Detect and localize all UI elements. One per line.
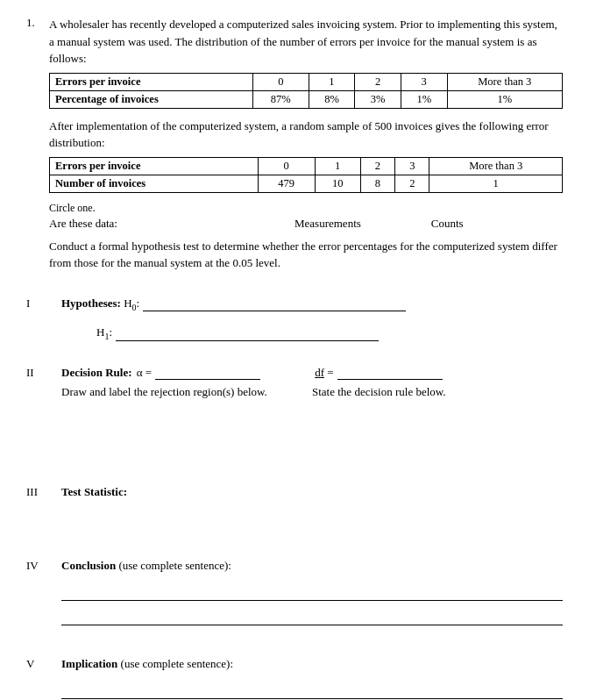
comp-num-more: 1 xyxy=(429,175,563,192)
manual-header-errors: Errors per invoice xyxy=(50,73,253,90)
comp-col-more: More than 3 xyxy=(429,157,563,175)
comp-num-0: 479 xyxy=(258,175,315,192)
manual-table: Errors per invoice 0 1 2 3 More than 3 P… xyxy=(49,73,563,109)
section-i-label: I xyxy=(26,296,53,311)
answer-options: Measurements Counts xyxy=(294,217,464,231)
section-implication: V Implication (use complete sentence): xyxy=(26,657,563,700)
comp-num-1: 10 xyxy=(315,175,360,192)
implication-answer-lines xyxy=(61,682,563,699)
draw-col: Draw and label the rejection region(s) b… xyxy=(61,385,312,399)
comp-row-number-label: Number of invoices xyxy=(50,175,259,192)
are-these-data-row: Are these data: Measurements Counts xyxy=(49,217,563,231)
question-1: 1. A wholesaler has recently developed a… xyxy=(26,16,563,272)
state-col: State the decision rule below. xyxy=(312,385,563,399)
are-these-data-label: Are these data: xyxy=(49,217,119,231)
alpha-field[interactable] xyxy=(155,366,260,380)
intro-text: A wholesaler has recently developed a co… xyxy=(49,16,563,68)
df-section: df = xyxy=(315,366,442,380)
alpha-section: α = xyxy=(134,366,261,380)
option-measurements: Measurements xyxy=(294,217,361,231)
manual-pct-0: 87% xyxy=(252,90,309,108)
comp-num-3: 2 xyxy=(395,175,429,192)
manual-row-percentage-label: Percentage of invoices xyxy=(50,90,253,108)
section-ii-label: II xyxy=(26,366,53,380)
option-counts: Counts xyxy=(431,217,464,231)
conclusion-title: Conclusion (use complete sentence): xyxy=(61,559,231,572)
section-iv-label: IV xyxy=(26,559,53,573)
conclusion-line-2[interactable] xyxy=(61,608,563,625)
state-label: State the decision rule below. xyxy=(312,385,446,398)
section-v-label: V xyxy=(26,657,53,671)
h1-answer-field[interactable] xyxy=(116,327,379,341)
test-stat-answer-space xyxy=(61,499,563,534)
conclusion-answer-lines xyxy=(61,583,563,625)
section-decision-rule: II Decision Rule: α = df = Draw and labe… xyxy=(26,366,563,461)
section-iv-content: Conclusion (use complete sentence): xyxy=(61,559,563,632)
manual-col-0: 0 xyxy=(252,73,309,90)
comp-header-errors: Errors per invoice xyxy=(50,157,259,175)
section-ii-content: Decision Rule: α = df = Draw and label t… xyxy=(61,366,563,461)
df-label: df = xyxy=(315,366,333,380)
section-conclusion: IV Conclusion (use complete sentence): xyxy=(26,559,563,632)
manual-pct-more: 1% xyxy=(447,90,562,108)
section-iii-label: III xyxy=(26,485,53,499)
question-content: A wholesaler has recently developed a co… xyxy=(49,16,563,272)
conclusion-line-1[interactable] xyxy=(61,583,563,601)
manual-col-more: More than 3 xyxy=(447,73,562,90)
manual-pct-2: 3% xyxy=(355,90,401,108)
rejection-region-space xyxy=(61,399,563,461)
section-hypotheses: I Hypotheses: H0: H1: xyxy=(26,296,563,341)
comp-col-3: 3 xyxy=(395,157,429,175)
test-statistic-title: Test Statistic: xyxy=(61,485,127,498)
h0-answer-field[interactable] xyxy=(143,297,406,311)
manual-col-1: 1 xyxy=(309,73,355,90)
hypothesis-h1-row: H1: xyxy=(61,325,563,341)
manual-col-2: 2 xyxy=(355,73,401,90)
circle-one-label: Circle one. xyxy=(49,202,563,215)
comp-col-0: 0 xyxy=(258,157,315,175)
conduct-text: Conduct a formal hypothesis test to dete… xyxy=(49,238,563,272)
computerized-table: Errors per invoice 0 1 2 3 More than 3 N… xyxy=(49,157,563,193)
hypothesis-title: Hypotheses: H0: xyxy=(61,296,139,312)
question-number: 1. xyxy=(26,16,42,272)
manual-pct-1: 8% xyxy=(309,90,355,108)
decision-rule-title: Decision Rule: xyxy=(61,366,132,380)
manual-col-3: 3 xyxy=(401,73,447,90)
section-test-statistic: III Test Statistic: xyxy=(26,485,563,534)
section-iii-content: Test Statistic: xyxy=(61,485,563,534)
comp-col-2: 2 xyxy=(360,157,394,175)
section-i-content: Hypotheses: H0: H1: xyxy=(61,296,563,341)
comp-col-1: 1 xyxy=(315,157,360,175)
draw-state-row: Draw and label the rejection region(s) b… xyxy=(61,385,563,399)
implication-title: Implication (use complete sentence): xyxy=(61,657,233,670)
h1-label: H1: xyxy=(96,325,112,341)
alpha-label: α = xyxy=(134,366,153,380)
after-text: After implementation of the computerized… xyxy=(49,118,563,152)
manual-pct-3: 1% xyxy=(401,90,447,108)
df-field[interactable] xyxy=(337,366,443,380)
implication-line-1[interactable] xyxy=(61,682,563,699)
decision-rule-top: Decision Rule: α = df = xyxy=(61,366,563,380)
comp-num-2: 8 xyxy=(360,175,394,192)
draw-label: Draw and label the rejection region(s) b… xyxy=(61,385,267,398)
hypothesis-h0-row: Hypotheses: H0: xyxy=(61,296,563,312)
section-v-content: Implication (use complete sentence): xyxy=(61,657,563,700)
